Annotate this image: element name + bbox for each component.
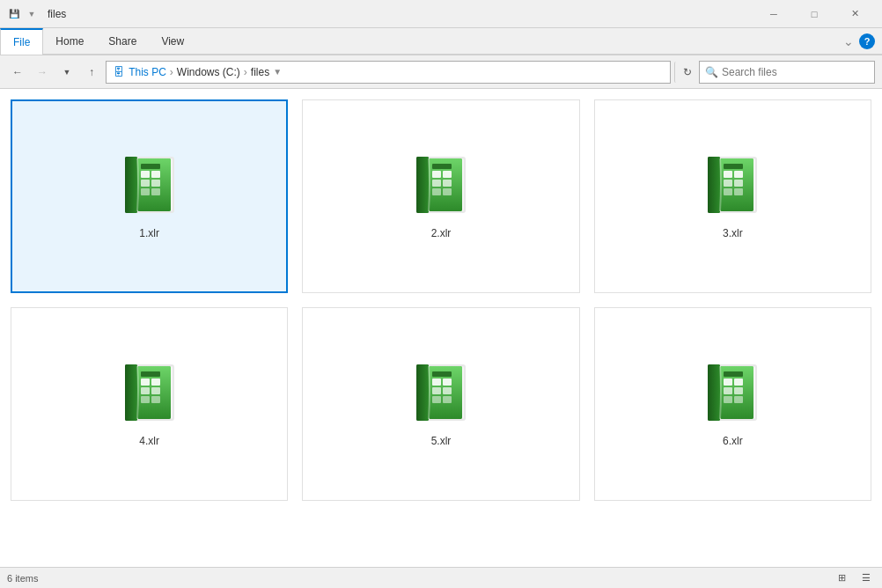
svg-rect-12: [141, 164, 160, 169]
svg-rect-51: [141, 371, 160, 377]
svg-rect-77: [724, 371, 743, 377]
svg-rect-71: [724, 379, 732, 386]
svg-rect-59: [443, 379, 452, 386]
svg-rect-7: [151, 171, 160, 178]
up-button[interactable]: ↑: [81, 62, 102, 83]
svg-rect-63: [443, 396, 452, 403]
file-item[interactable]: 4.xlr: [11, 307, 288, 501]
refresh-button[interactable]: ↻: [674, 62, 695, 83]
title-bar: 💾 ▼ files ─ □ ✕: [0, 0, 882, 28]
svg-rect-21: [432, 180, 441, 187]
svg-rect-25: [432, 164, 452, 169]
svg-rect-24: [443, 188, 452, 195]
svg-rect-55: [416, 364, 429, 421]
file-icon: [118, 153, 181, 217]
file-name: 6.xlr: [723, 435, 743, 447]
maximize-button[interactable]: □: [794, 0, 834, 28]
search-box[interactable]: 🔍: [699, 61, 875, 84]
ribbon-tabs: File Home Share View ⌄ ?: [0, 28, 882, 55]
back-button[interactable]: ←: [7, 62, 28, 83]
forward-button[interactable]: →: [32, 62, 53, 83]
large-icons-view-button[interactable]: ⊞: [833, 570, 850, 587]
svg-rect-62: [432, 396, 441, 403]
address-dropdown-icon[interactable]: ▼: [273, 67, 282, 77]
file-name: 1.xlr: [139, 227, 159, 239]
svg-rect-76: [734, 396, 743, 403]
file-item[interactable]: 6.xlr: [594, 307, 871, 501]
file-icon: [409, 153, 473, 217]
svg-rect-35: [734, 180, 743, 187]
ribbon: File Home Share View ⌄ ?: [0, 28, 882, 55]
svg-rect-32: [724, 171, 732, 178]
file-content: 1.xlr: [0, 89, 882, 567]
svg-rect-38: [724, 164, 743, 169]
svg-rect-33: [734, 171, 743, 178]
file-icon: [701, 361, 764, 424]
svg-rect-61: [443, 387, 452, 394]
file-icon: [409, 361, 473, 424]
view-controls: ⊞ ☰: [833, 570, 875, 587]
file-item[interactable]: 5.xlr: [302, 307, 579, 501]
svg-rect-42: [125, 364, 137, 421]
search-input[interactable]: [722, 66, 869, 78]
svg-rect-29: [708, 157, 720, 213]
main-area: 1.xlr: [0, 89, 882, 567]
status-bar: 6 items ⊞ ☰: [0, 567, 882, 588]
svg-rect-68: [708, 364, 720, 421]
details-view-button[interactable]: ☰: [857, 570, 875, 587]
ribbon-help-icon[interactable]: ?: [859, 33, 875, 49]
svg-rect-19: [432, 171, 441, 178]
breadcrumb-thispc[interactable]: 🗄 This PC: [114, 66, 166, 78]
file-icon: [118, 361, 181, 424]
window-controls: ─ □ ✕: [753, 0, 875, 28]
svg-rect-8: [141, 180, 150, 187]
item-count: 6 items: [7, 573, 38, 584]
svg-rect-47: [141, 387, 150, 394]
svg-rect-11: [151, 188, 160, 195]
svg-rect-45: [141, 379, 150, 386]
file-name: 2.xlr: [431, 227, 452, 239]
breadcrumb-drive[interactable]: Windows (C:): [177, 66, 240, 78]
file-item[interactable]: 1.xlr: [11, 99, 288, 293]
close-button[interactable]: ✕: [834, 0, 875, 28]
svg-rect-75: [724, 396, 732, 403]
svg-rect-46: [151, 379, 160, 386]
tab-file[interactable]: File: [0, 28, 43, 55]
svg-rect-34: [724, 180, 732, 187]
svg-rect-23: [432, 188, 441, 195]
svg-rect-3: [125, 157, 137, 213]
breadcrumb-current[interactable]: files: [251, 66, 269, 78]
tab-share[interactable]: Share: [96, 28, 149, 54]
minimize-button[interactable]: ─: [753, 0, 794, 28]
svg-rect-50: [151, 396, 160, 403]
svg-rect-9: [151, 180, 160, 187]
file-item[interactable]: 2.xlr: [302, 99, 579, 293]
svg-rect-22: [443, 180, 452, 187]
svg-rect-16: [416, 157, 429, 213]
svg-rect-72: [734, 379, 743, 386]
tab-view[interactable]: View: [149, 28, 196, 54]
svg-rect-74: [734, 387, 743, 394]
svg-rect-6: [141, 171, 150, 178]
svg-rect-60: [432, 387, 441, 394]
quick-access-undo-icon[interactable]: ▼: [25, 7, 39, 21]
svg-rect-49: [141, 396, 150, 403]
svg-rect-58: [432, 379, 441, 386]
address-bar: ← → ▼ ↑ 🗄 This PC › Windows (C:) › files…: [0, 55, 882, 89]
quick-access-save-icon[interactable]: 💾: [7, 7, 21, 21]
svg-rect-73: [724, 387, 732, 394]
ribbon-options-icon[interactable]: ⌄: [843, 34, 854, 48]
svg-rect-36: [724, 188, 732, 195]
address-box[interactable]: 🗄 This PC › Windows (C:) › files ▼: [106, 61, 671, 84]
file-name: 3.xlr: [723, 227, 743, 239]
svg-rect-20: [443, 171, 452, 178]
window-title: files: [48, 8, 66, 20]
svg-rect-10: [141, 188, 150, 195]
search-icon: 🔍: [705, 66, 718, 78]
tab-home[interactable]: Home: [43, 28, 96, 54]
file-name: 4.xlr: [139, 435, 159, 447]
file-name: 5.xlr: [431, 435, 452, 447]
recent-locations-button[interactable]: ▼: [56, 62, 77, 83]
file-item[interactable]: 3.xlr: [594, 99, 871, 293]
file-icon: [701, 153, 764, 217]
